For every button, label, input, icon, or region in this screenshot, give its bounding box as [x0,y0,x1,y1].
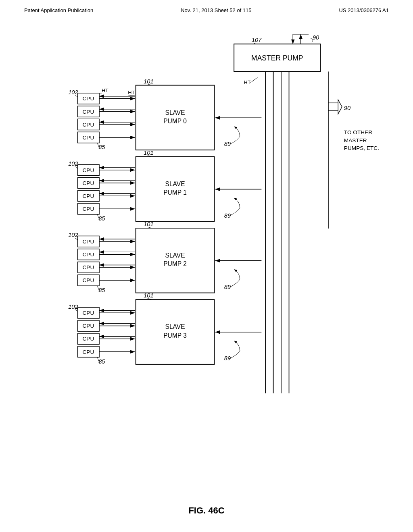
cpu-2-0: CPU [82,239,94,245]
ref-102-0: 102 [68,89,78,96]
cpu-2-1: CPU [82,251,94,258]
other-master-label2: MASTER [344,137,367,143]
ref-85-3: 85 [98,358,105,365]
slave-pump-1-label2: PUMP 1 [163,189,187,196]
ref-90-right: 90 [344,105,350,111]
cpu-1-3: CPU [82,206,94,212]
cpu-1-2: CPU [82,193,94,199]
slave-group-0: 102 CPU HT CPU CPU CPU 85 [68,78,261,151]
ref-102-3: 102 [68,303,78,310]
svg-line-81 [250,77,257,83]
slave-pump-3-label2: PUMP 3 [163,332,187,339]
header-left: Patent Application Publication [24,7,93,13]
slave-pump-2-label2: PUMP 2 [163,260,187,267]
cpu-3-2: CPU [82,336,94,342]
ref-101-0: 101 [144,78,153,85]
ht-slave-label: HT [128,90,135,96]
cpu-2-2: CPU [82,264,94,270]
fig-label: FIG. 46C [0,505,413,516]
slave-pump-1-label: SLAVE [165,181,185,187]
header-center: Nov. 21, 2013 Sheet 52 of 115 [181,7,251,13]
slave-group-2: 102 CPU CPU CPU CPU 85 SLAVE PUMP 2 [68,221,261,293]
cpu-0-2: CPU [82,122,94,128]
cpu-0-3: CPU [82,135,94,141]
slave-group-3: 102 CPU CPU CPU CPU 85 SLAVE PUMP 3 [68,292,261,365]
cpu-1-0: CPU [82,167,94,173]
cpu-1-1: CPU [82,180,94,186]
ref-102-1: 102 [68,160,78,167]
cpu-2-3: CPU [82,277,94,283]
slave-pump-2-label: SLAVE [165,252,185,259]
cpu-3-1: CPU [82,323,94,329]
ref-107: 107 [252,37,262,43]
slave-pump-0-label: SLAVE [165,109,185,116]
header-right: US 2013/0306276 A1 [339,7,389,13]
diagram-svg: MASTER PUMP 107 90 90 [24,32,389,484]
ref-89-3: 89 [224,355,231,362]
page: Patent Application Publication Nov. 21, … [0,0,413,532]
slave-pump-0-label2: PUMP 0 [163,118,187,125]
ref-85-1: 85 [98,215,105,222]
cpu-3-3: CPU [82,349,94,355]
svg-marker-15 [338,100,342,114]
cpu-3-0: CPU [82,310,94,316]
ref-85-0: 85 [98,144,105,150]
ref-101-1: 101 [144,150,153,156]
ref-89-0: 89 [224,141,231,147]
ref-101-3: 101 [144,292,153,299]
other-master-label: TO OTHER [344,129,372,135]
master-pump-label: MASTER PUMP [251,54,303,62]
other-master-label3: PUMPS, ETC. [344,145,379,151]
slave-group-1: 102 CPU CPU CPU CPU 85 SLAVE PUMP 1 [68,150,261,222]
page-header: Patent Application Publication Nov. 21, … [0,0,413,13]
ref-89-1: 89 [224,212,231,219]
ref-102-2: 102 [68,232,78,238]
ref-89-2: 89 [224,284,231,290]
cpu-0-1: CPU [82,109,94,115]
diagram-area: MASTER PUMP 107 90 90 [24,32,389,484]
ref-90-top: 90 [313,34,319,41]
cpu-0-0: CPU [82,96,94,102]
ref-101-2: 101 [144,221,153,227]
ht-master-label: HT [244,80,251,85]
ht-label-0: HT [102,88,108,94]
slave-pump-3-label: SLAVE [165,323,185,330]
ref-85-2: 85 [98,287,105,293]
